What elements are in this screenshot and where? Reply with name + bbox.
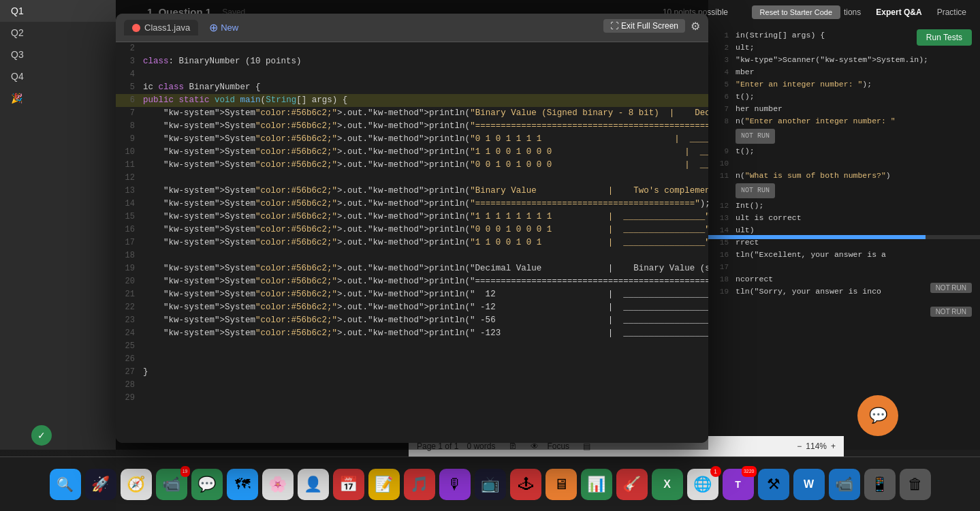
dock-trash[interactable]: 🗑 [900,469,931,500]
code-line-9: 9 "kw-system">System"color:#56b6c2;">.ou… [116,133,708,146]
line-content-9: "kw-system">System"color:#56b6c2;">.out.… [143,133,708,146]
reset-to-starter-code-button[interactable]: Reset to Starter Code [752,5,840,19]
code-line-12: 12 [116,172,708,185]
dock-chrome[interactable]: 🌐 1 [687,469,718,500]
dock-podcasts[interactable]: 🎙 [439,469,471,500]
tab-practice[interactable]: Practice [930,5,973,20]
line-number-17: 17 [116,236,143,249]
green-check: ✓ [31,425,52,446]
dock-garageband[interactable]: 🎸 [616,469,648,500]
code-line-4: 4 [116,68,708,81]
right-line-content-7: n("Enter another integer number: " [736,115,977,127]
line-number-19: 19 [116,262,143,275]
dock-messages[interactable]: 💬 [191,469,223,500]
safari-icon: 🧭 [127,476,145,493]
chrome-icon: 🌐 [693,476,712,493]
code-line-26: 26 [116,353,708,366]
new-tab-button[interactable]: ⊕ New [204,18,244,37]
right-line-content-8: t(); [736,145,977,157]
not-run-inline-2: NOT RUN [736,183,775,198]
dock-facetime[interactable]: 📹 19 [156,469,187,500]
sidebar-item-q1[interactable]: Q1 [0,0,116,22]
dock-iphone[interactable]: 📱 [864,469,896,500]
dock-calendar[interactable]: 📅 [333,469,364,500]
sidebar-item-q2[interactable]: Q2 [0,22,116,44]
excel-icon: X [663,478,671,491]
right-line-num-8: 9 [711,145,736,157]
chat-button[interactable]: 💬 [857,395,898,436]
dock-zoom[interactable]: 📹 [829,469,860,500]
music-icon: 🎵 [410,476,428,493]
xcode-icon: ⚒ [767,476,780,493]
line-number-2: 2 [116,42,143,55]
code-line-23: 23 "kw-system">System"color:#56b6c2;">.o… [116,314,708,327]
dock-teams[interactable]: T 3220 [723,469,754,500]
right-code-line-2: 3"kw-type">Scanner("kw-system">System.in… [711,54,977,66]
sidebar-item-celebration[interactable]: 🎉 [0,87,116,109]
sidebar-item-q4[interactable]: Q4 [0,65,116,87]
line-content-19: "kw-system">System"color:#56b6c2;">.out.… [143,262,708,275]
new-tab-label: New [221,22,238,33]
left-sidebar: Q1 Q2 Q3 Q4 🎉 [0,0,116,450]
dock-word[interactable]: W [793,469,825,500]
notes-icon: 📝 [375,476,393,493]
dock-safari[interactable]: 🧭 [121,469,152,500]
garageband-icon: 🎸 [622,476,641,493]
settings-button[interactable]: ⚙ [691,20,700,33]
dock-photos[interactable]: 🌸 [262,469,294,500]
code-line-8: 8 "kw-system">System"color:#56b6c2;">.ou… [116,120,708,133]
code-line-13: 13 "kw-system">System"color:#56b6c2;">.o… [116,185,708,198]
exit-fullscreen-button[interactable]: ⛶ Exit Full Screen [603,19,685,33]
line-content-20: "kw-system">System"color:#56b6c2;">.out.… [143,275,708,288]
right-line-content-10: n("What is sum of both numbers?") [736,170,977,182]
sidebar-item-q3[interactable]: Q3 [0,44,116,65]
code-line-22: 22 "kw-system">System"color:#56b6c2;">.o… [116,301,708,314]
line-number-3: 3 [116,55,143,68]
zoom-out-icon[interactable]: − [797,442,802,451]
right-line-content-15: tln("Excellent, your answer is a [736,249,977,261]
dock-keynote[interactable]: 🖥 [546,469,577,500]
contacts-icon: 👤 [304,476,322,493]
code-line-5: 5ic class BinaryNumber { [116,81,708,94]
code-content[interactable]: 23class: BinaryNumber (10 points)45ic cl… [116,42,708,443]
dock-excel[interactable]: X [652,469,683,500]
modal-overlay: Class1.java ⊕ New ⛶ Exit Full Screen ⚙ 2… [116,0,708,450]
code-line-3: 3class: BinaryNumber (10 points) [116,55,708,68]
zoom-controls: − 114% + [797,442,836,451]
line-number-18: 18 [116,249,143,262]
tab-close-dot[interactable] [132,24,140,32]
right-code-line-6: 7her number [711,103,977,115]
sidebar-item-label-q1: Q1 [11,5,24,16]
plus-icon: ⊕ [209,21,218,34]
dock-launchpad[interactable]: 🚀 [85,469,116,500]
modal-titlebar: Class1.java ⊕ New ⛶ Exit Full Screen ⚙ [116,14,708,42]
line-number-22: 22 [116,301,143,314]
line-content-8: "kw-system">System"color:#56b6c2;">.out.… [143,120,708,133]
calendar-icon: 📅 [339,476,358,493]
not-run-badge-1: NOT RUN [930,283,972,293]
line-content-3: class: BinaryNumber (10 points) [143,55,708,68]
sidebar-item-label-q4: Q4 [11,71,24,82]
dock-contacts[interactable]: 👤 [298,469,329,500]
dock-numbers[interactable]: 📊 [581,469,612,500]
modal-tab-class1[interactable]: Class1.java [124,20,198,35]
dock-xcode[interactable]: ⚒ [758,469,789,500]
line-number-14: 14 [116,198,143,211]
dock-notes[interactable]: 📝 [368,469,400,500]
dock-music[interactable]: 🎵 [404,469,435,500]
right-line-content-4: "Enter an integer number: "); [736,78,977,91]
run-tests-button[interactable]: Run Tests [917,29,972,46]
right-line-num-12: 13 [711,212,736,224]
dock-arcade[interactable]: 🕹 [510,469,541,500]
tab-tions[interactable]: tions [837,5,868,20]
code-line-20: 20 "kw-system">System"color:#56b6c2;">.o… [116,275,708,288]
dock-finder[interactable]: 🔍 [50,469,81,500]
zoom-in-icon[interactable]: + [831,442,836,451]
line-number-10: 10 [116,146,143,159]
tab-expert-qa[interactable]: Expert Q&A [869,5,928,20]
right-code-line-5: 6t(); [711,91,977,103]
zoom-icon: 📹 [835,476,853,493]
dock-tv[interactable]: 📺 [475,469,506,500]
right-line-num-15: 16 [711,249,736,261]
dock-maps[interactable]: 🗺 [227,469,258,500]
